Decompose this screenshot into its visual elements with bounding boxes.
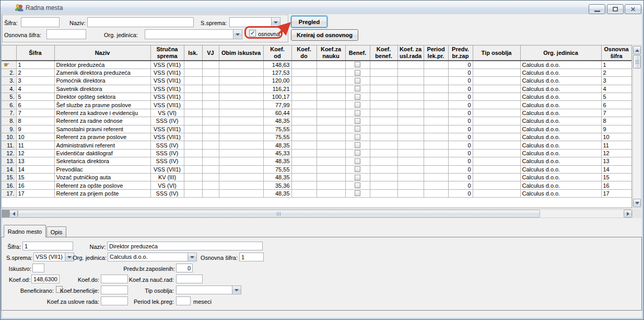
- cell-col-1[interactable]: 15: [16, 173, 54, 181]
- row-indicator[interactable]: 14.: [2, 165, 16, 173]
- row-indicator[interactable]: 4.: [2, 85, 16, 93]
- cell-col-4[interactable]: [184, 181, 202, 189]
- cell-col-2[interactable]: Savetnik direktora: [54, 85, 150, 93]
- cell-col-5[interactable]: [202, 125, 219, 133]
- row-indicator[interactable]: 2.: [2, 68, 16, 76]
- cell-col-14[interactable]: 0: [448, 165, 473, 173]
- cell-col-14[interactable]: 0: [448, 101, 473, 109]
- table-row[interactable]: 13.13Sekretarica direktoraSSS (IV)48,350…: [2, 157, 631, 165]
- cell-col-8[interactable]: [291, 165, 317, 173]
- cell-col-7[interactable]: 75,55: [263, 165, 291, 173]
- cell-col-4[interactable]: [184, 133, 202, 141]
- cell-benef-checkbox[interactable]: [345, 109, 370, 117]
- form-predv-input[interactable]: [176, 264, 193, 272]
- cell-col-1[interactable]: 9: [16, 125, 54, 133]
- cell-col-12[interactable]: [397, 68, 424, 76]
- cell-col-5[interactable]: [202, 101, 219, 109]
- cell-col-3[interactable]: VSS (VII1): [150, 101, 184, 109]
- cell-col-8[interactable]: [291, 181, 317, 189]
- cell-col-13[interactable]: [424, 68, 448, 76]
- cell-col-12[interactable]: [397, 189, 424, 197]
- cell-col-12[interactable]: [397, 61, 424, 68]
- cell-col-15[interactable]: [473, 173, 520, 181]
- table-row[interactable]: 2.2Zamenik direktora preduzećaVSS (VII1)…: [2, 68, 631, 76]
- cell-col-5[interactable]: [202, 157, 219, 165]
- cell-col-5[interactable]: [202, 133, 219, 141]
- row-indicator[interactable]: 8.: [2, 117, 16, 125]
- cell-col-14[interactable]: 0: [448, 61, 473, 68]
- cell-col-12[interactable]: [397, 101, 424, 109]
- cell-benef-checkbox[interactable]: [345, 93, 370, 101]
- cell-col-7[interactable]: 35,36: [263, 181, 291, 189]
- cell-col-15[interactable]: [473, 181, 520, 189]
- cell-col-1[interactable]: 5: [16, 93, 54, 101]
- cell-col-11[interactable]: [370, 125, 397, 133]
- cell-col-4[interactable]: [184, 157, 202, 165]
- cell-col-4[interactable]: [184, 141, 202, 149]
- cell-col-13[interactable]: [424, 141, 448, 149]
- cell-col-14[interactable]: 0: [448, 157, 473, 165]
- cell-col-9[interactable]: [317, 109, 345, 117]
- cell-col-4[interactable]: [184, 117, 202, 125]
- row-indicator[interactable]: 16.: [2, 181, 16, 189]
- cell-col-15[interactable]: [473, 125, 520, 133]
- cell-col-5[interactable]: [202, 85, 219, 93]
- cell-col-3[interactable]: VS (VI): [150, 181, 184, 189]
- cell-col-1[interactable]: 7: [16, 109, 54, 117]
- cell-col-16[interactable]: Calculus d.o.o.: [520, 93, 601, 101]
- cell-col-17[interactable]: 9: [601, 125, 631, 133]
- cell-col-4[interactable]: [184, 101, 202, 109]
- cell-col-16[interactable]: Calculus d.o.o.: [520, 165, 601, 173]
- cell-col-2[interactable]: Prevodilac: [54, 165, 150, 173]
- cell-benef-checkbox[interactable]: [345, 77, 370, 85]
- cell-col-5[interactable]: [202, 189, 219, 197]
- cell-col-16[interactable]: Calculus d.o.o.: [520, 157, 601, 165]
- cell-col-17[interactable]: 17: [601, 189, 631, 197]
- cell-col-11[interactable]: [370, 61, 397, 68]
- cell-col-11[interactable]: [370, 165, 397, 173]
- cell-col-15[interactable]: [473, 93, 520, 101]
- cell-col-2[interactable]: Referent za kadrove i evidenciju: [54, 109, 150, 117]
- cell-col-14[interactable]: 0: [448, 189, 473, 197]
- cell-col-15[interactable]: [473, 157, 520, 165]
- table-row[interactable]: 15.15Vozač putničkog autaKV (III)48,350C…: [2, 173, 631, 181]
- table-row[interactable]: 6.6Šef sluzbe za pravne posloveVSS (VII1…: [2, 101, 631, 109]
- cell-col-5[interactable]: [202, 77, 219, 85]
- cell-col-17[interactable]: 5: [601, 93, 631, 101]
- cell-col-14[interactable]: 0: [448, 77, 473, 85]
- filter-osnovna-sifra-input[interactable]: [46, 29, 86, 39]
- cell-col-13[interactable]: [424, 149, 448, 157]
- table-row[interactable]: ☛1Direktor preduzećaVSS (VII1)148,630Cal…: [2, 61, 631, 68]
- cell-col-16[interactable]: Calculus d.o.o.: [520, 181, 601, 189]
- cell-col-15[interactable]: [473, 189, 520, 197]
- cell-col-1[interactable]: 13: [16, 157, 54, 165]
- filter-org-jedinica-combo[interactable]: [145, 29, 242, 39]
- cell-col-3[interactable]: SSS (IV): [150, 157, 184, 165]
- cell-col-15[interactable]: [473, 117, 520, 125]
- table-row[interactable]: 14.14PrevodilacVSS (VII1)75,550Calculus …: [2, 165, 631, 173]
- cell-col-4[interactable]: [184, 77, 202, 85]
- cell-col-9[interactable]: [317, 189, 345, 197]
- cell-col-3[interactable]: VSS (VII1): [150, 61, 184, 68]
- cell-col-14[interactable]: 0: [448, 173, 473, 181]
- cell-benef-checkbox[interactable]: [345, 68, 370, 76]
- form-koef-od-input[interactable]: [31, 275, 60, 283]
- cell-col-16[interactable]: Calculus d.o.o.: [520, 189, 601, 197]
- cell-col-4[interactable]: [184, 85, 202, 93]
- table-row[interactable]: 8.8Referent za radne odnoseSSS (IV)48,35…: [2, 117, 631, 125]
- cell-col-12[interactable]: [397, 165, 424, 173]
- cell-col-7[interactable]: 75,55: [263, 133, 291, 141]
- form-iskustvo-input[interactable]: [32, 264, 44, 272]
- cell-col-9[interactable]: [317, 77, 345, 85]
- cell-col-7[interactable]: 75,55: [263, 125, 291, 133]
- cell-col-3[interactable]: SSS (IV): [150, 117, 184, 125]
- row-indicator[interactable]: 10.: [2, 133, 16, 141]
- cell-col-17[interactable]: 7: [601, 109, 631, 117]
- cell-col-12[interactable]: [397, 93, 424, 101]
- cell-col-7[interactable]: 148,63: [263, 61, 291, 68]
- cell-col-2[interactable]: Pomoćnik direktora: [54, 77, 150, 85]
- cell-col-9[interactable]: [317, 101, 345, 109]
- cell-col-9[interactable]: [317, 141, 345, 149]
- cell-col-7[interactable]: 77,99: [263, 101, 291, 109]
- cell-col-7[interactable]: 127,53: [263, 68, 291, 76]
